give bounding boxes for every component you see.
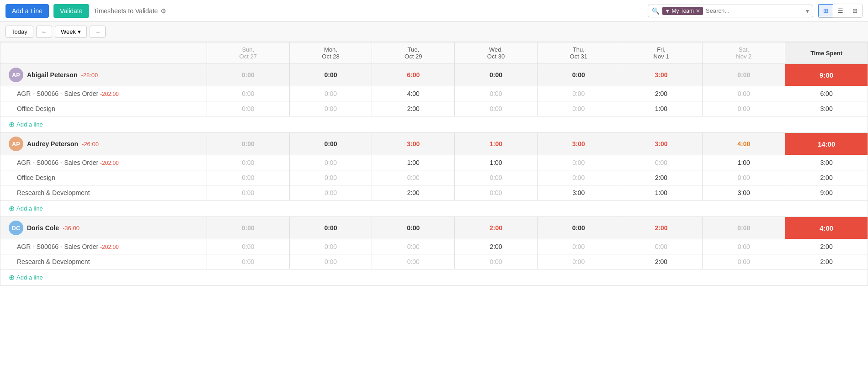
add-line-button[interactable]: ⊕ Add a line <box>3 273 865 282</box>
view-grid-button[interactable]: ⊞ <box>818 4 833 17</box>
overtime-badge: -26:00 <box>82 141 99 148</box>
search-input[interactable] <box>706 7 797 14</box>
task-overtime: -202:00 <box>100 91 119 97</box>
week-selector[interactable]: Week ▾ <box>55 26 87 38</box>
time-cell: 0:00 <box>455 86 538 101</box>
time-cell: 3:00 <box>537 185 620 201</box>
time-cell: 1:00 <box>455 155 538 170</box>
time-cell: 2:00 <box>785 239 868 254</box>
timesheet-table: Sun,Oct 27 Mon,Oct 28 Tue,Oct 29 Wed,Oct… <box>0 42 868 286</box>
time-cell: 0:00 <box>703 101 785 116</box>
time-cell: 0:00 <box>289 155 372 170</box>
total-cell: 14:00 <box>785 133 868 155</box>
task-overtime: -202:00 <box>100 244 119 250</box>
time-cell: 0:00 <box>703 239 785 254</box>
col-header-fri: Fri,Nov 1 <box>620 42 703 64</box>
time-cell: 0:00 <box>455 254 538 269</box>
filter-close-icon[interactable]: ✕ <box>696 8 700 14</box>
time-cell: 0:00 <box>207 254 289 269</box>
time-cell: 6:00 <box>372 64 455 86</box>
time-cell: 0:00 <box>537 254 620 269</box>
plus-icon: ⊕ <box>9 204 15 213</box>
avatar: AP <box>9 68 23 82</box>
time-cell: 6:00 <box>785 86 868 101</box>
time-cell: 0:00 <box>455 185 538 201</box>
time-cell: 2:00 <box>372 101 455 116</box>
employee-row: DC Doris Cole -36:00 0:000:000:002:000:0… <box>0 217 868 239</box>
time-cell: 1:00 <box>372 155 455 170</box>
gear-icon[interactable]: ⚙ <box>160 7 166 15</box>
add-line-button[interactable]: Add a Line <box>5 4 49 18</box>
employee-row: AP Audrey Peterson -26:00 0:000:003:001:… <box>0 133 868 155</box>
add-line-row: ⊕ Add a line <box>0 116 868 133</box>
time-cell: 2:00 <box>620 86 703 101</box>
time-cell: 1:00 <box>455 133 538 155</box>
toolbar: Add a Line Validate Timesheets to Valida… <box>0 0 868 22</box>
time-cell: 0:00 <box>537 64 620 86</box>
task-row: Research & Development 0:000:000:000:000… <box>0 254 868 269</box>
overtime-badge: -28:00 <box>81 72 98 79</box>
avatar: DC <box>9 221 23 235</box>
col-header-total: Time Spent <box>785 42 868 64</box>
employee-name-cell: DC Doris Cole -36:00 <box>0 217 207 239</box>
next-button[interactable]: → <box>90 26 106 38</box>
time-cell: 3:00 <box>620 133 703 155</box>
time-cell: 0:00 <box>620 155 703 170</box>
time-cell: 2:00 <box>455 239 538 254</box>
validate-button[interactable]: Validate <box>53 4 89 18</box>
add-line-button[interactable]: ⊕ Add a line <box>3 204 865 213</box>
time-cell: 0:00 <box>207 170 289 185</box>
time-cell: 2:00 <box>785 170 868 185</box>
col-header-name <box>0 42 207 64</box>
task-name-cell: Research & Development <box>0 185 207 201</box>
time-cell: 0:00 <box>703 86 785 101</box>
task-name: Office Design <box>17 174 55 181</box>
time-cell: 2:00 <box>620 170 703 185</box>
time-cell: 0:00 <box>207 217 289 239</box>
time-cell: 0:00 <box>703 64 785 86</box>
task-name: Research & Development <box>17 189 90 196</box>
page-title: Timesheets to Validate ⚙ <box>94 7 167 15</box>
view-split-button[interactable]: ⊟ <box>848 5 862 17</box>
add-line-cell: ⊕ Add a line <box>0 201 868 217</box>
task-overtime: -202:00 <box>100 160 119 166</box>
add-line-label: Add a line <box>16 205 43 212</box>
employee-row: AP Abigail Peterson -28:00 0:000:006:000… <box>0 64 868 86</box>
time-cell: 4:00 <box>703 133 785 155</box>
time-cell: 0:00 <box>207 64 289 86</box>
task-name-cell: Office Design <box>0 170 207 185</box>
today-button[interactable]: Today <box>5 26 33 38</box>
prev-button[interactable]: ← <box>36 26 52 38</box>
task-name-cell: AGR - S00066 - Sales Order -202:00 <box>0 239 207 254</box>
time-cell: 0:00 <box>703 170 785 185</box>
search-dropdown-icon[interactable]: ▾ <box>802 7 809 15</box>
time-cell: 0:00 <box>289 217 372 239</box>
time-cell: 3:00 <box>372 133 455 155</box>
time-cell: 0:00 <box>289 254 372 269</box>
time-cell: 4:00 <box>372 86 455 101</box>
time-cell: 0:00 <box>455 170 538 185</box>
task-row: Research & Development 0:000:002:000:003… <box>0 185 868 201</box>
col-header-thu: Thu,Oct 31 <box>537 42 620 64</box>
task-name: Research & Development <box>17 258 90 265</box>
time-cell: 9:00 <box>785 185 868 201</box>
task-name: AGR - S00066 - Sales Order <box>17 159 98 166</box>
employee-name-cell: AP Abigail Peterson -28:00 <box>0 64 207 86</box>
task-row: AGR - S00066 - Sales Order -202:00 0:000… <box>0 86 868 101</box>
filter-badge[interactable]: ▼ My Team ✕ <box>662 7 703 15</box>
add-line-cell: ⊕ Add a line <box>0 116 868 133</box>
time-cell: 0:00 <box>207 133 289 155</box>
task-row: Office Design 0:000:002:000:000:001:000:… <box>0 101 868 116</box>
filter-icon: ▼ <box>665 8 670 14</box>
add-line-row: ⊕ Add a line <box>0 201 868 217</box>
header-row: Sun,Oct 27 Mon,Oct 28 Tue,Oct 29 Wed,Oct… <box>0 42 868 64</box>
time-cell: 0:00 <box>289 170 372 185</box>
add-line-button[interactable]: ⊕ Add a line <box>3 120 865 129</box>
time-cell: 3:00 <box>703 185 785 201</box>
task-name: AGR - S00066 - Sales Order <box>17 243 98 250</box>
task-name: AGR - S00066 - Sales Order <box>17 90 98 97</box>
employee-name-cell: AP Audrey Peterson -26:00 <box>0 133 207 155</box>
time-cell: 0:00 <box>455 101 538 116</box>
view-list-button[interactable]: ☰ <box>833 5 848 17</box>
time-cell: 0:00 <box>207 101 289 116</box>
